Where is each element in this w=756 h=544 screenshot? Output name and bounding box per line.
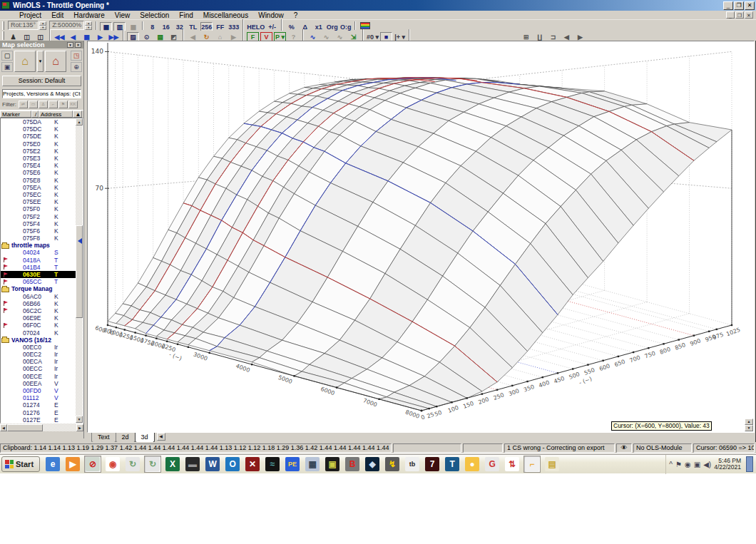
map-list-row[interactable]: 075E6K [1, 169, 83, 176]
map-list-row[interactable]: 01274E [1, 401, 83, 409]
map-list-row[interactable]: 0127EE [1, 416, 83, 424]
taskbar-winols-app-icon[interactable]: ⊘ [84, 456, 101, 473]
menu-?[interactable]: ? [289, 11, 303, 19]
map-list-row[interactable]: 075E8K [1, 177, 83, 184]
open-project-button[interactable]: ⌂ [14, 51, 36, 72]
mdi-minimize-button[interactable]: _ [726, 11, 735, 19]
toolbar-grip[interactable] [2, 21, 4, 30]
menu-edit[interactable]: Edit [46, 11, 68, 19]
minimize-button[interactable]: _ [723, 1, 733, 10]
zoom-spinner[interactable]: ▲▼ [85, 21, 92, 30]
map-list-row[interactable]: 075EEK [1, 198, 83, 205]
map-list-row[interactable]: 07024K [1, 329, 83, 336]
map-list-row[interactable]: 06F0CK [1, 322, 83, 329]
taskbar-x-diagnostic-tool-icon[interactable]: ✕ [244, 456, 261, 473]
mdi-close-button[interactable]: ✕ [745, 11, 753, 19]
map-list-row[interactable]: 00FD0V [1, 387, 83, 394]
taskbar-pe-explorer-icon[interactable]: PE [284, 456, 301, 473]
tab-text[interactable]: Text [91, 433, 116, 443]
taskbar-media-player-icon[interactable]: ▶ [64, 456, 81, 473]
map-list-row[interactable]: 075F8K [1, 235, 83, 242]
column-slash[interactable]: / [31, 111, 39, 118]
menu-window[interactable]: Window [253, 11, 289, 19]
taskbar-b-tool-icon[interactable]: B [344, 456, 361, 473]
tray-update-icon[interactable]: ◉ [685, 461, 691, 468]
map-folder-row[interactable]: Torque Manag [1, 285, 83, 292]
show-desktop-button[interactable] [746, 456, 753, 472]
taskbar-flash-tool-icon[interactable]: ↯ [384, 456, 401, 473]
map-list-row[interactable]: 075E4K [1, 162, 83, 169]
open-dropdown-button[interactable]: ▼ [37, 51, 44, 72]
taskbar-remote-session-2-icon[interactable]: ↻ [144, 456, 161, 473]
map-list-row[interactable]: 01276E [1, 409, 83, 416]
column-address[interactable]: Address [39, 111, 73, 118]
map-list-row[interactable]: 075DEK [1, 133, 83, 140]
mdi-restore-button[interactable]: ❐ [735, 11, 744, 19]
menu-selection[interactable]: Selection [135, 11, 174, 19]
taskbar-word-icon[interactable]: W [204, 456, 221, 473]
taskbar-wrench-settings-icon[interactable]: ⌐ [523, 456, 541, 473]
map-list-row[interactable]: 075F2K [1, 212, 83, 220]
map-list-row[interactable]: 075DCK [1, 125, 83, 133]
map-3d-view[interactable]: 7014060080010001250150017502000225030004… [87, 41, 755, 433]
import-file-button[interactable]: ⌂ [45, 51, 66, 72]
chart-scroll-spinner[interactable]: ▲▼ [745, 419, 753, 431]
map-list-row[interactable]: 075ECK [1, 191, 83, 198]
menu-view[interactable]: View [110, 11, 136, 19]
taskbar-3d-box-tool-icon[interactable]: ⇅ [504, 456, 521, 473]
taskbar-privacy-browser-icon[interactable]: ● [464, 456, 481, 473]
taskbar-seven-zip-tool-icon[interactable]: 7 [424, 456, 441, 473]
taskbar-chrome-icon[interactable]: ◉ [104, 456, 121, 473]
taskbar-remote-session-1-icon[interactable]: ↻ [124, 456, 141, 473]
menu-hardware[interactable]: Hardware [68, 11, 109, 19]
filter-button-0[interactable]: ⇄ [19, 101, 28, 108]
map-list-row[interactable]: 075F4K [1, 220, 83, 227]
taskbar-calculator-icon[interactable]: ▦ [304, 456, 321, 473]
save-button[interactable]: ▣ [1, 62, 13, 72]
taskbar-eprom-chip-tool-icon[interactable]: ▬ [184, 456, 201, 473]
tray-network-icon[interactable]: ▣ [694, 461, 700, 468]
map-list-row[interactable]: 0418AT [1, 257, 83, 264]
scroll-up-icon[interactable]: ▲ [76, 118, 83, 125]
map-list-row[interactable]: 075F6K [1, 227, 83, 235]
scroll-left-icon[interactable]: ◀ [0, 424, 7, 431]
filter-button-2[interactable]: Δ [39, 101, 48, 108]
map-list-row[interactable]: 00ECEIr [1, 373, 83, 380]
scroll-right-icon[interactable]: ▶ [76, 424, 83, 431]
taskbar-thunderbird-icon[interactable]: T [444, 456, 461, 473]
map-list-row[interactable]: 075E0K [1, 140, 83, 148]
map-list-horizontal-scrollbar[interactable]: ◀ ▶ [0, 424, 83, 431]
map-list-row[interactable]: 06C2CK [1, 307, 83, 314]
map-list-row[interactable]: 075EAK [1, 184, 83, 191]
tab-3d[interactable]: 3d [135, 433, 155, 443]
column-marker[interactable]: Marker [0, 111, 31, 118]
panel-close-button[interactable]: ✕ [75, 42, 81, 48]
map-list-row[interactable]: 065CCT [1, 278, 83, 285]
taskbar-cubes-tool-icon[interactable]: ◆ [364, 456, 381, 473]
add-map-button[interactable]: ⊕ [71, 62, 82, 72]
panel-pin-button[interactable]: ▾ [67, 42, 73, 48]
horizontal-scroll-thumb[interactable] [7, 424, 43, 431]
map-list-row[interactable]: 04024S [1, 249, 83, 256]
map-list-row[interactable]: 00ECCIr [1, 365, 83, 372]
rotation-spinner[interactable]: ▲▼ [39, 21, 46, 30]
map-list-vertical-scrollbar[interactable]: ▲ ▼ [76, 118, 83, 423]
close-button[interactable]: ✕ [745, 1, 755, 10]
map-list-row[interactable]: 075F0K [1, 205, 83, 212]
eye-icon[interactable]: 👁 [616, 443, 632, 453]
menu-miscellaneous[interactable]: Miscellaneous [198, 11, 253, 19]
menu-project[interactable]: Project [14, 11, 46, 19]
projects-versions-maps-combo[interactable]: Projects, Versions & Maps: (Ctrl ▼ [2, 89, 81, 98]
map-list-row[interactable]: 00ECAIr [1, 358, 83, 365]
taskbar-dark-terminal-tool-icon[interactable]: ≈ [264, 456, 281, 473]
map-list-row[interactable]: 00EC0Ir [1, 344, 83, 351]
map-list-row[interactable]: 075E3K [1, 155, 83, 162]
map-list-row[interactable]: 06AC0K [1, 293, 83, 300]
export-map-button[interactable]: ◳ [71, 51, 82, 61]
map-folder-row[interactable]: throttle maps [1, 242, 83, 249]
taskbar-map-viewer-icon[interactable]: ▣ [324, 456, 341, 473]
taskbar-outlook-icon[interactable]: O [224, 456, 241, 473]
map-folder-row[interactable]: VANOS (16/12 [1, 337, 83, 344]
taskbar-tb-tool-icon[interactable]: tb [404, 456, 421, 473]
taskbar-excel-icon[interactable]: X [164, 456, 181, 473]
